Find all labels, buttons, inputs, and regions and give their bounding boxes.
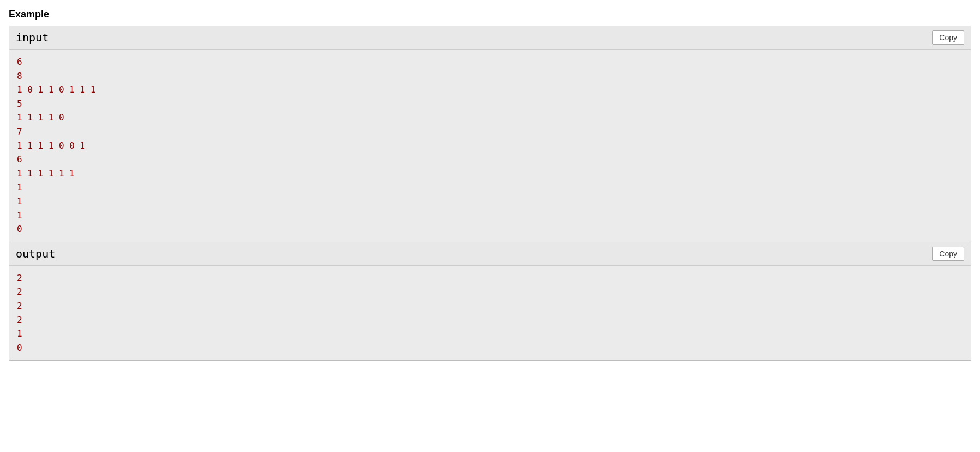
- output-section-label: output: [16, 247, 55, 260]
- input-section-content: 6 8 1 0 1 1 0 1 1 1 5 1 1 1 1 0 7 1 1 1 …: [9, 50, 971, 242]
- output-copy-button[interactable]: Copy: [932, 247, 964, 261]
- input-copy-button[interactable]: Copy: [932, 30, 964, 45]
- output-section: output Copy 2 2 2 2 1 0: [9, 242, 971, 361]
- example-container: input Copy 6 8 1 0 1 1 0 1 1 1 5 1 1 1 1…: [9, 26, 971, 361]
- input-section-header: input Copy: [9, 26, 971, 50]
- output-section-content: 2 2 2 2 1 0: [9, 266, 971, 361]
- input-section-label: input: [16, 31, 49, 44]
- input-section: input Copy 6 8 1 0 1 1 0 1 1 1 5 1 1 1 1…: [9, 26, 971, 242]
- output-section-header: output Copy: [9, 242, 971, 266]
- page-title: Example: [9, 9, 971, 20]
